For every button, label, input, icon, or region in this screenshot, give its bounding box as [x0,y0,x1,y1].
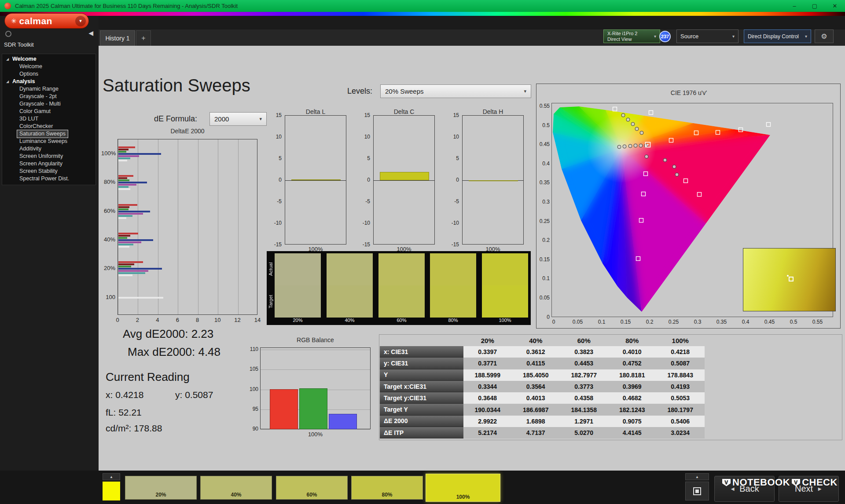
deltae-bar [118,206,129,208]
table-column-header: 80% [608,335,657,346]
y-tick: 15 [447,112,459,118]
meter-select[interactable]: X-Rite i1Pro 2 Direct View ▾ [603,29,660,43]
settings-button[interactable]: ⚙ [815,29,834,43]
cie-x-tick: 0.5 [785,319,802,325]
sidebar-item-grayscale-multi[interactable]: Grayscale - Multi [2,100,96,108]
sidebar-item-additivity[interactable]: Additivity [2,145,96,153]
sidebar-item-screen-uniformity[interactable]: Screen Uniformity [2,153,96,160]
minimize-button[interactable]: – [784,0,805,12]
deltae-row-label: 60% [101,208,115,214]
patch-20[interactable]: 20% [125,476,197,500]
y-tick: 5 [269,155,282,161]
cie-y-tick: 0.4 [537,161,550,167]
y-tick: -15 [358,241,370,248]
patch-100[interactable]: 100% [426,474,500,502]
sidebar-item-screen-angularity[interactable]: Screen Angularity [2,160,96,168]
cie-y-tick: 0.45 [537,141,550,147]
collapse-sidebar-button[interactable]: ◀ [88,29,93,37]
deltae-bar [118,179,129,181]
cie-y-tick: 0.2 [537,237,550,243]
patch-label: 80% [352,492,422,498]
de-formula-select[interactable]: 2000 ▾ [209,112,267,126]
grid-line [261,369,370,370]
sidebar-item-screen-stability[interactable]: Screen Stability [2,168,96,175]
square-icon [693,487,701,495]
table-cell: 5.2174 [463,427,512,438]
table-cell: 0.3564 [512,381,560,392]
deltae-bar [118,177,127,179]
deltae-bar [118,186,129,188]
display-control-label: Direct Display Control [748,33,799,40]
patch-60[interactable]: 60% [276,476,348,500]
table-cell: 180.8181 [608,369,657,381]
measured-marker [634,144,637,147]
y-tick: 5 [358,155,370,161]
caret-up-icon[interactable]: ▲ [685,473,709,480]
cie-x-tick: 0.25 [665,319,683,325]
avg-de2000: Avg dE2000: 2.23 [123,327,213,341]
table-cell: 184.1358 [560,404,608,415]
meter-count-badge[interactable]: 237 [659,31,671,42]
table-row-label: Target x:CIE31 [380,381,463,392]
deltae-bar [118,160,127,161]
sidebar-item-colorchecker[interactable]: ColorChecker [2,123,96,130]
swatch-comparison-panel: Actual Target 20%40%60%80%100% [267,251,531,325]
measured-marker [635,127,639,131]
target-marker [767,123,771,127]
tab-history-1[interactable]: History 1 [100,30,135,46]
sidebar-item-spectral-power-dist[interactable]: Spectral Power Dist. [2,175,96,183]
tree-group-welcome[interactable]: ◢Welcome [2,55,96,63]
swatch-40 [327,253,373,318]
patch-label: 20% [125,492,196,498]
sidebar-item-luminance-sweeps[interactable]: Luminance Sweeps [2,138,96,145]
delta-bar [291,179,341,180]
target-label: Target [268,286,273,317]
sidebar-item-color-gamut[interactable]: Color Gamut [2,108,96,115]
sidebar: ◀ SDR Toolkit ◢WelcomeWelcomeOptions◢Ana… [0,16,99,471]
sidebar-item-options[interactable]: Options [2,70,96,78]
calman-menu-button[interactable]: ✳ calman ▾ [4,13,89,29]
sidebar-item-grayscale-2pt[interactable]: Grayscale - 2pt [2,93,96,100]
deltae-chart-title: DeltaE 2000 [118,128,257,135]
cie-y-tick: 0.5 [537,122,550,128]
actual-label: Actual [268,254,273,285]
levels-select[interactable]: 20% Sweeps ▾ [380,84,531,98]
rgb-bar-blue [329,414,357,429]
close-button[interactable]: ✕ [825,0,845,12]
add-tab-button[interactable]: + [136,30,151,46]
measured-marker [672,165,676,168]
deltae-bar [118,274,132,276]
sidebar-item-saturation-sweeps[interactable]: Saturation Sweeps [17,130,68,138]
table-cell: 0.4218 [656,346,705,358]
patch-label: 60% [276,492,347,498]
sidebar-item-3d-lut[interactable]: 3D LUT [2,115,96,123]
gear-icon: ⚙ [821,32,827,40]
sidebar-item-welcome[interactable]: Welcome [2,63,96,70]
table-cell: 0.3771 [463,358,512,369]
reading-fl: fL: 52.21 [106,407,142,418]
patch-80[interactable]: 80% [351,476,423,500]
swatch-100 [482,253,528,318]
table-cell: 0.4752 [608,358,657,369]
deltae-bar [118,215,132,217]
deltae-x-tick: 6 [171,317,184,323]
rgb-bar-red [270,389,298,429]
spectral-locus-fill [553,106,770,312]
display-control-select[interactable]: Direct Display Control ▾ [744,29,811,43]
table-cell: 186.6987 [512,404,560,415]
y-tick: 0 [269,177,282,183]
target-swatch [378,285,425,318]
caret-up-icon[interactable]: ▲ [103,473,120,480]
chevron-down-icon: ▾ [524,88,526,94]
pattern-window-button[interactable] [685,482,709,500]
source-label: Source [680,33,698,40]
patch-40[interactable]: 40% [200,476,272,500]
tree-group-analysis[interactable]: ◢Analysis [2,78,96,85]
maximize-button[interactable]: ▢ [805,0,825,12]
table-cell: 0.4193 [656,381,705,392]
deltae-bar [118,157,130,159]
x-label: 100% [285,246,346,252]
sidebar-item-dynamic-range[interactable]: Dynamic Range [2,85,96,93]
calman-logo-text: calman [19,16,52,26]
source-select[interactable]: Source ▾ [676,29,738,43]
